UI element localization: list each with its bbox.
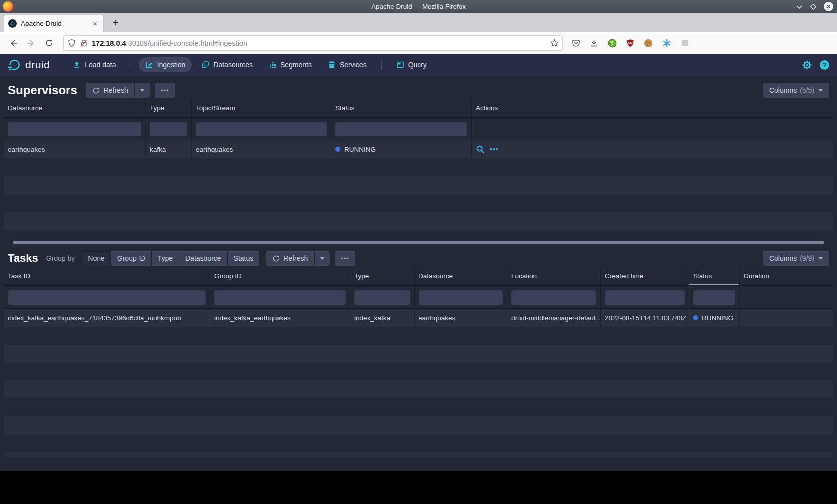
nav-label: Services [340, 61, 367, 69]
status-text: RUNNING [702, 314, 733, 322]
minimize-icon[interactable] [796, 3, 803, 10]
task-row[interactable]: index_kafka_earthquakes_7184357396d6c0a_… [4, 309, 833, 327]
refresh-label: Refresh [104, 86, 128, 94]
empty-row [4, 345, 833, 363]
ublock-extension-icon[interactable]: UD [626, 39, 634, 47]
settings-gear-icon[interactable] [802, 60, 812, 70]
new-tab-button[interactable]: + [110, 17, 122, 29]
supervisors-filter-topic[interactable] [196, 122, 327, 136]
browser-tab[interactable]: Apache Druid × [4, 15, 104, 32]
screen: Apache Druid — Mozilla Firefox Apache Dr… [0, 0, 837, 504]
tasks-filter-group-id[interactable] [214, 290, 346, 305]
inspect-magnifier-icon[interactable] [476, 145, 485, 154]
maximize-icon[interactable] [810, 3, 817, 10]
nav-label: Ingestion [157, 61, 186, 69]
cell-status: RUNNING [689, 309, 740, 327]
tasks-more-button[interactable]: ••• [335, 251, 355, 266]
status-dot [335, 147, 340, 152]
empty-row [4, 327, 833, 345]
tasks-filter-datasource[interactable] [418, 290, 503, 305]
supervisors-more-button[interactable]: ••• [155, 83, 175, 98]
supervisors-refresh-button[interactable]: Refresh [86, 83, 134, 98]
tasks-title: Tasks [8, 252, 38, 265]
header-duration[interactable]: Duration [740, 267, 833, 285]
group-by-type[interactable]: Type [152, 251, 179, 266]
shield-icon[interactable] [68, 39, 76, 47]
supervisors-rows: earthquakes kafka earthquakes RUNNING ••… [4, 140, 833, 240]
nav-item-services[interactable]: Services [321, 57, 373, 72]
supervisors-refresh-dropdown[interactable] [135, 83, 150, 98]
empty-row [4, 176, 833, 194]
header-datasource[interactable]: Datasource [415, 267, 507, 285]
supervisors-filter-status[interactable] [335, 122, 467, 136]
druid-brand[interactable]: druid [7, 58, 50, 71]
empty-row [4, 158, 833, 176]
cell-location: druid-middlemanager-defaul... [507, 309, 601, 327]
supervisors-hscrollbar[interactable] [13, 241, 824, 245]
privacy-extension-icon[interactable] [608, 39, 617, 48]
group-by-datasource[interactable]: Datasource [179, 251, 227, 266]
header-status[interactable]: Status [331, 99, 472, 117]
cell-type: index_kafka [350, 309, 415, 327]
group-by-none[interactable]: None [82, 251, 110, 266]
tasks-refresh-dropdown[interactable] [315, 251, 330, 266]
back-icon[interactable] [9, 39, 18, 48]
forward-icon[interactable] [27, 39, 36, 48]
brand-text: druid [25, 59, 50, 71]
columns-count: (9/9) [800, 254, 814, 262]
tasks-filter-created-time[interactable] [605, 290, 685, 305]
empty-row [4, 380, 833, 398]
header-type[interactable]: Type [350, 267, 415, 285]
cookie-extension-icon[interactable] [644, 39, 653, 48]
empty-row [4, 363, 833, 380]
nav-item-load-data[interactable]: Load data [66, 57, 122, 72]
row-more-icon[interactable]: ••• [490, 145, 499, 153]
supervisors-filter-type[interactable] [150, 122, 187, 136]
more-icon: ••• [341, 255, 349, 262]
datasources-icon [201, 61, 209, 69]
browser-toolbar: 172.18.0.4:30109/unified-console.html#in… [0, 32, 837, 54]
supervisors-filter-datasource[interactable] [8, 122, 141, 136]
group-by-status[interactable]: Status [228, 251, 260, 266]
url-bar[interactable]: 172.18.0.4:30109/unified-console.html#in… [63, 35, 563, 51]
nav-item-ingestion[interactable]: Ingestion [139, 57, 192, 72]
container-extension-icon[interactable] [662, 39, 671, 48]
tasks-columns-button[interactable]: Columns (9/9) [763, 251, 829, 266]
tasks-filter-type[interactable] [354, 290, 410, 305]
nav-item-query[interactable]: Query [390, 57, 433, 72]
bookmark-star-icon[interactable] [550, 39, 558, 47]
header-datasource[interactable]: Datasource [4, 99, 146, 117]
tasks-filter-status[interactable] [693, 290, 735, 305]
header-created-time[interactable]: Created time [601, 267, 689, 285]
menu-hamburger-icon[interactable] [681, 39, 689, 47]
tasks-filter-task-id[interactable] [8, 290, 206, 305]
tasks-refresh-button[interactable]: Refresh [266, 251, 314, 266]
caret-down-icon [140, 89, 145, 92]
svg-text:UD: UD [628, 41, 633, 44]
header-topic-stream[interactable]: Topic/Stream [192, 99, 331, 117]
supervisor-row[interactable]: earthquakes kafka earthquakes RUNNING ••… [4, 140, 833, 158]
druid-navbar: druid Load data Ingestion Datasources [0, 54, 837, 76]
padlock-insecure-icon[interactable] [80, 39, 88, 47]
tasks-filter-location[interactable] [511, 290, 596, 305]
reload-icon[interactable] [45, 39, 53, 47]
download-icon[interactable] [590, 39, 598, 47]
header-task-id[interactable]: Task ID [4, 267, 210, 285]
header-location[interactable]: Location [507, 267, 601, 285]
url-host: 172.18.0.4 [92, 39, 126, 47]
tab-close-icon[interactable]: × [91, 19, 99, 28]
header-group-id[interactable]: Group ID [210, 267, 350, 285]
pocket-icon[interactable] [572, 39, 580, 47]
help-icon[interactable]: ? [820, 60, 829, 70]
close-icon[interactable] [824, 2, 833, 11]
nav-item-datasources[interactable]: Datasources [195, 57, 259, 72]
header-type[interactable]: Type [146, 99, 192, 117]
header-actions: Actions [472, 99, 833, 117]
group-by-group-id[interactable]: Group ID [111, 251, 151, 266]
scrollbar-thumb[interactable] [13, 241, 824, 244]
nav-label: Segments [280, 61, 312, 69]
nav-label: Datasources [213, 61, 253, 69]
nav-item-segments[interactable]: Segments [262, 57, 318, 72]
header-status-sorted[interactable]: Status [689, 267, 740, 285]
supervisors-columns-button[interactable]: Columns (5/5) [763, 83, 829, 98]
